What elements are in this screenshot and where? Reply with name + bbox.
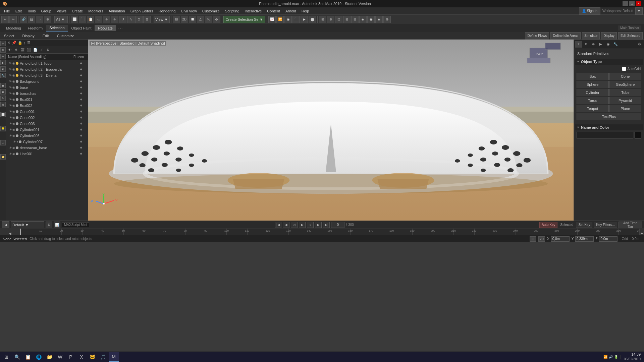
scene-explorer-filter[interactable]: ☰	[27, 41, 31, 45]
left-icon-select[interactable]: ▣	[0, 89, 6, 95]
taskbar-edge-button[interactable]: 🌐	[34, 352, 44, 362]
render-icon-btn2[interactable]: 📊	[54, 222, 60, 228]
coord-2d-button[interactable]: 2D	[538, 236, 545, 242]
extra-tools-1[interactable]: ⊞	[319, 16, 326, 23]
menu-create[interactable]: Create	[69, 8, 86, 14]
autogrid-checkbox[interactable]	[622, 67, 626, 71]
se-btn-all[interactable]: ✓	[39, 47, 45, 53]
material-editor-button[interactable]: ◉	[284, 16, 292, 23]
menu-file[interactable]: File	[1, 8, 13, 14]
se-btn-box[interactable]: ⬛	[26, 47, 32, 53]
snap-2d-button[interactable]: 2D	[181, 16, 188, 23]
extra-tools-3[interactable]: ⊡	[335, 16, 342, 23]
redo-button[interactable]: ↪	[9, 16, 17, 23]
x-coord-input[interactable]	[551, 236, 570, 242]
timeline-forward-button[interactable]: ▶	[639, 229, 644, 235]
display-panel-button[interactable]: ◉	[0, 66, 6, 72]
use-pivot-button[interactable]: ⊙	[135, 16, 143, 23]
extra-tools-4[interactable]: ⊞	[343, 16, 351, 23]
extra-tools-5[interactable]: ⊟	[351, 16, 359, 23]
align-button[interactable]: ⊟	[173, 16, 180, 23]
scene-item[interactable]: 👁 ◉ Box002 ✱	[6, 103, 88, 109]
spinner-snap[interactable]: ⚙	[213, 16, 220, 23]
menu-graph-editors[interactable]: Graph Editors	[128, 8, 156, 14]
scene-item[interactable]: 👁 ◉ Background ✱	[6, 78, 88, 84]
left-icon-triangle[interactable]: △	[0, 140, 6, 145]
hierarchy-button[interactable]: ⊕	[44, 16, 51, 23]
sign-in-button[interactable]: 👤 Sign In	[579, 7, 600, 15]
taskbar-start-button[interactable]: ⊞	[1, 352, 11, 362]
extra-tools-6[interactable]: ◈	[359, 16, 367, 23]
render-last-button[interactable]: ⬤	[309, 16, 316, 23]
tab-selection[interactable]: Selection	[46, 25, 68, 32]
taskbar-explorer-button[interactable]: 📁	[44, 352, 54, 362]
modify-panel-button[interactable]: ⚙	[0, 47, 6, 53]
scene-item[interactable]: 👁 ◉ base ✱	[6, 84, 88, 90]
timeline-back-button[interactable]: ◀	[0, 229, 20, 235]
left-icon-tools[interactable]: ⊠	[0, 102, 6, 107]
obj-type-geosphere[interactable]: GeoSphere	[609, 81, 642, 88]
scene-item[interactable]: 👁 ◉ Arnold Light 2 - Esquerda ✱	[6, 66, 88, 72]
link-button[interactable]: 🔗	[20, 16, 27, 23]
timeline-track[interactable]: 0102030405060708090100110120130140150160…	[20, 229, 639, 235]
object-name-input[interactable]	[577, 132, 633, 138]
obj-type-tube[interactable]: Tube	[609, 89, 642, 96]
se-btn-freeze[interactable]: ❄	[13, 47, 19, 53]
scene-item[interactable]: 👁 ◉ Cylinder001 ✱	[6, 127, 88, 133]
scene-item[interactable]: 👁 ◉ Arnold Light 3 - Direita ✱	[6, 72, 88, 78]
workspaces-dropdown[interactable]: ▼	[635, 7, 643, 15]
extra-tools-2[interactable]: ⊕	[327, 16, 334, 23]
obj-type-cone[interactable]: Cone	[609, 73, 642, 80]
menu-tools[interactable]: Tools	[24, 8, 39, 14]
menu-customize[interactable]: Customize	[200, 8, 222, 14]
menu-content[interactable]: Content	[264, 8, 283, 14]
viewport[interactable]: [+] [Perspective] [Standard] [Default Sh…	[88, 40, 574, 221]
rp-display-tab[interactable]: ◉	[605, 41, 611, 48]
obj-type-pyramid[interactable]: Pyramid	[609, 97, 642, 104]
left-icon-folder[interactable]: 📁	[0, 154, 6, 160]
view-dropdown[interactable]: View ▼	[154, 16, 170, 23]
more-tabs-button[interactable]: ⋯	[116, 25, 125, 31]
object-color-swatch[interactable]	[635, 132, 641, 138]
menu-interactive[interactable]: Interactive	[242, 8, 265, 14]
menu-rendering[interactable]: Rendering	[156, 8, 178, 14]
auto-key-button[interactable]: Auto Key	[539, 222, 558, 228]
menu-civil-view[interactable]: Civil View	[178, 8, 199, 14]
go-back-button[interactable]: ◀	[2, 221, 9, 229]
name-color-header[interactable]: ▼ Name and Color	[575, 124, 643, 130]
scene-explorer-sort[interactable]: ↕	[24, 41, 26, 45]
render-frame-button[interactable]: ▶	[301, 16, 308, 23]
extra-tools-9[interactable]: ⊛	[383, 16, 391, 23]
key-filters-button[interactable]: Key Filters...	[594, 222, 617, 228]
define-idle-areas-button[interactable]: Define Idle Areas	[550, 32, 581, 40]
systray-network-icon[interactable]: 📶	[603, 355, 607, 359]
obj-type-plane[interactable]: Plane	[609, 105, 642, 112]
y-coord-input[interactable]	[575, 236, 594, 242]
next-frame-button[interactable]: ▶	[315, 222, 322, 228]
display-button[interactable]: Display	[601, 32, 617, 40]
scene-item[interactable]: 👁 ◉ Box001 ✱	[6, 97, 88, 103]
scene-item[interactable]: 👁 ● Cylinder007 ✱	[6, 139, 88, 145]
render-icon-btn[interactable]: ⚙	[46, 222, 52, 228]
taskbar-spotify-button[interactable]: 🎵	[98, 352, 108, 362]
rp-hierarchy-tab[interactable]: ⊕	[590, 41, 597, 48]
obj-type-cylinder[interactable]: Cylinder	[577, 89, 609, 96]
scene-item[interactable]: 👁 ◉ Arnold Light 1 Topo ✱	[6, 60, 88, 66]
create-panel-button[interactable]: ✛	[0, 41, 6, 46]
schematic-view-button[interactable]: 🔀	[276, 16, 284, 23]
menu-edit[interactable]: Edit	[13, 8, 24, 14]
menu-group[interactable]: Group	[38, 8, 54, 14]
render-setup-button[interactable]: ⬛	[292, 16, 300, 23]
taskbar-3dsmax-button[interactable]: M	[109, 352, 119, 362]
rotate-button[interactable]: ↺	[119, 16, 126, 23]
obj-type-sphere[interactable]: Sphere	[577, 81, 609, 88]
current-frame-input[interactable]	[331, 222, 344, 228]
create-selection-set-button[interactable]: Create Selection Se ▼	[223, 16, 266, 23]
obj-type-teapot[interactable]: Teapot	[577, 105, 609, 112]
motion-panel-button[interactable]: ▶	[0, 60, 6, 65]
se-btn-layer[interactable]: 📄	[32, 47, 38, 53]
prev-key-button[interactable]: ◁	[291, 222, 298, 228]
render-preset-dropdown[interactable]: Default ▼	[11, 221, 44, 229]
hierarchy-panel-button[interactable]: ⊕	[0, 54, 6, 59]
object-type-header[interactable]: ▼ Object Type	[575, 59, 643, 65]
